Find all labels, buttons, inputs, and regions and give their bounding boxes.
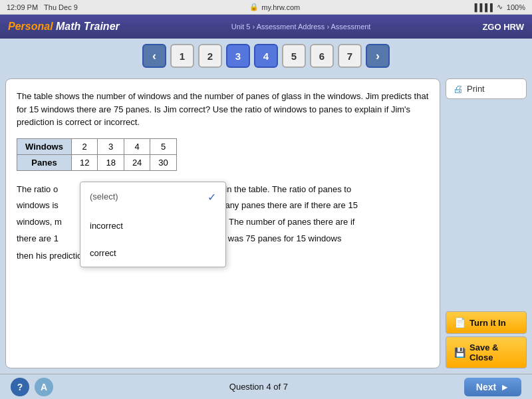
- fill-text-1: The ratio o: [17, 184, 58, 194]
- main-area: The table shows the number of windows an…: [0, 73, 532, 374]
- bottom-bar: ? A Question 4 of 7 Next ►: [0, 374, 532, 399]
- dropdown-option-correct[interactable]: correct: [80, 240, 225, 267]
- fill-text-7: there are 1: [17, 233, 59, 243]
- next-arrow-button[interactable]: ›: [366, 44, 390, 68]
- status-bar: 12:09 PM Thu Dec 9 🔒 my.hrw.com ▐▐▐▐ ∿ 1…: [0, 0, 532, 15]
- app-header: Personal Math Trainer Unit 5 › Assessmen…: [0, 15, 532, 39]
- wifi-icon: ∿: [497, 3, 503, 11]
- page-btn-4[interactable]: 4: [254, 44, 278, 68]
- app-logo: Personal Math Trainer: [8, 21, 120, 33]
- data-table: Windows 2 3 4 5 Panes 12 18 24 30: [17, 138, 177, 171]
- table-cell: 18: [98, 154, 124, 170]
- dropdown-popup: (select) ✓ incorrect correct: [80, 182, 226, 268]
- dropdown-option-select[interactable]: (select) ✓: [80, 182, 225, 213]
- brand-name: ZGO HRW: [482, 22, 524, 32]
- status-time: 12:09 PM Thu Dec 9: [7, 3, 78, 11]
- status-url: 🔒 my.hrw.com: [249, 3, 300, 11]
- right-sidebar: 🖨 Print 📄 Turn it In 💾 Save & Close: [446, 73, 532, 374]
- breadcrumb: Unit 5 › Assessment Address › Assessment: [231, 23, 371, 31]
- page-btn-5[interactable]: 5: [282, 44, 306, 68]
- fill-text-5: windows, m: [17, 217, 62, 227]
- help-button[interactable]: ?: [11, 378, 29, 396]
- save-close-button[interactable]: 💾 Save & Close: [446, 336, 527, 368]
- print-icon: 🖨: [453, 83, 463, 94]
- lock-icon: 🔒: [249, 3, 259, 11]
- table-header-windows: Windows: [17, 138, 72, 154]
- signal-icon: ▐▐▐▐: [472, 3, 493, 11]
- page-btn-1[interactable]: 1: [170, 44, 194, 68]
- table-cell: 4: [124, 138, 150, 154]
- page-btn-7[interactable]: 7: [338, 44, 362, 68]
- print-button[interactable]: 🖨 Print: [446, 78, 527, 99]
- table-cell: 12: [71, 154, 97, 170]
- bottom-left: ? A: [11, 378, 53, 396]
- action-buttons: 📄 Turn it In 💾 Save & Close: [446, 306, 527, 368]
- page-btn-3[interactable]: 3: [226, 44, 250, 68]
- table-cell: 3: [98, 138, 124, 154]
- pagination-nav: ‹ 1 2 3 4 5 6 7 ›: [0, 39, 532, 73]
- prev-button[interactable]: ‹: [142, 44, 166, 68]
- table-cell: 5: [150, 138, 176, 154]
- checkmark-icon: ✓: [207, 188, 216, 207]
- save-icon: 💾: [454, 347, 466, 358]
- fill-text-2: data in the table. The ratio of panes to: [205, 184, 351, 194]
- content-panel: The table shows the number of windows an…: [5, 78, 440, 368]
- fill-text-area: (select) ✓ incorrect correct The ratio o…: [17, 182, 429, 267]
- info-button[interactable]: A: [35, 378, 53, 396]
- turn-in-icon: 📄: [454, 317, 466, 328]
- status-indicators: ▐▐▐▐ ∿ 100%: [472, 3, 525, 11]
- turn-it-in-button[interactable]: 📄 Turn it In: [446, 311, 527, 334]
- page-btn-6[interactable]: 6: [310, 44, 334, 68]
- question-counter: Question 4 of 7: [229, 382, 288, 392]
- page-btn-2[interactable]: 2: [198, 44, 222, 68]
- table-cell: 24: [124, 154, 150, 170]
- battery-indicator: 100%: [507, 3, 525, 11]
- fill-text-3: windows is: [17, 200, 59, 210]
- question-text: The table shows the number of windows an…: [17, 90, 429, 129]
- dropdown-option-incorrect[interactable]: incorrect: [80, 213, 225, 240]
- next-arrow-icon: ►: [500, 382, 509, 392]
- table-header-panes: Panes: [17, 154, 72, 170]
- table-cell: 2: [71, 138, 97, 154]
- table-cell: 30: [150, 154, 176, 170]
- next-button[interactable]: Next ►: [464, 378, 521, 396]
